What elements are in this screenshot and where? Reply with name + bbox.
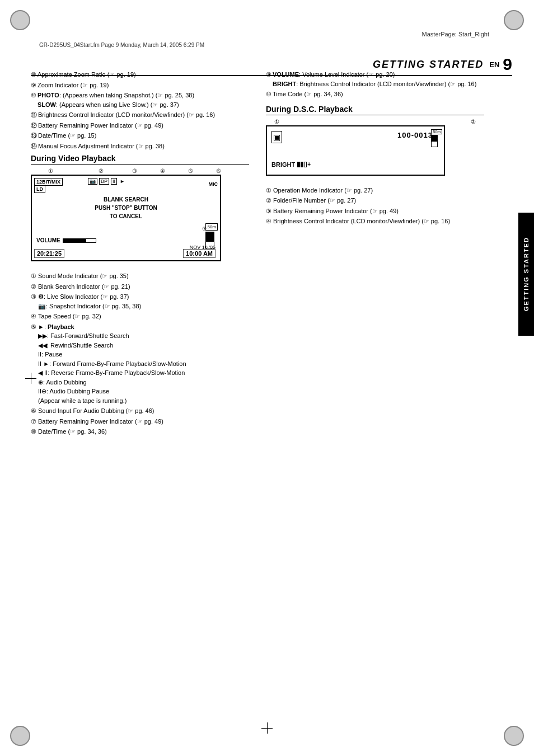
sound-mode-indicator: 12BIT/MIX [34, 178, 63, 186]
dsc-battery-indicator: 50m [431, 129, 442, 147]
item-11: ⑪ Brightness Control Indicator (LCD moni… [31, 110, 249, 120]
dsc-top-numbers: ① ② [266, 119, 484, 125]
masterpage-label: MasterPage: Start_Right [422, 31, 489, 37]
dsc-anno-2: ②Folder/File Number (☞ pg. 27) [266, 196, 484, 205]
dsc-anno-3: ③Battery Remaining Power Indicator (☞ pg… [266, 206, 484, 216]
dsc-anno-1: ①Operation Mode Indicator (☞ pg. 27) [266, 186, 484, 195]
item-8: ⑧ Approximate Zoom Ratio (☞ pg. 19) [31, 70, 249, 79]
blank-search-text: BLANK SEARCHPUSH "STOP" BUTTONTO CANCEL [95, 195, 157, 220]
mic-label: MIC [209, 181, 218, 187]
left-crosshair [25, 373, 36, 384]
item-13: ⑬ Date/Time (☞ pg. 15) [31, 131, 249, 140]
getting-started-title: GETTING STARTED [373, 59, 484, 71]
clock-display: 10:00 AM [183, 249, 216, 258]
left-column: ⑧ Approximate Zoom Ratio (☞ pg. 19) ⑨ Zo… [31, 70, 249, 438]
anno-8: ⑧Date/Time (☞ pg. 34, 36) [31, 427, 249, 436]
dsc-diagram-wrapper: ① ② ▣ 100-0013 50m BRIGH [266, 119, 484, 176]
file-number: 100-0013 [397, 131, 433, 139]
page-container: MasterPage: Start_Right GR-D295US_04Star… [0, 0, 534, 756]
battery-arrow: ⑦ [202, 226, 207, 232]
right-item-10: ⑩ Time Code (☞ pg. 34, 36) [266, 90, 484, 99]
bottom-center-crosshair [261, 722, 273, 734]
dsc-diagram: ▣ 100-0013 50m BRIGHT [266, 125, 445, 176]
dsc-anno-4: ④Brightness Control Indicator (LCD monit… [266, 217, 484, 226]
file-info: GR-D295US_04Start.fm Page 9 Monday, Marc… [39, 42, 204, 48]
right-column: ⑨ VOLUME: Volume Level Indicator (☞ pg. … [266, 70, 484, 438]
side-tab-text: GETTING STARTED [523, 237, 530, 311]
item-14: ⑭ Manual Focus Adjustment Indicator (☞ p… [31, 142, 249, 151]
video-diagram: 12BIT/MIX LD 📷 BP II ► MIC BLANK SEARCHP… [31, 175, 221, 261]
item-9: ⑨ Zoom Indicator (☞ pg. 19) [31, 81, 249, 90]
folder-icon: ▣ [271, 131, 282, 143]
corner-decoration-bl [10, 726, 30, 746]
video-playback-title: During Video Playback [31, 154, 249, 165]
bright-scale: + [297, 161, 311, 167]
item-10: ⑩ PHOTO: (Appears when taking Snapshot.)… [31, 91, 249, 109]
anno-4: ④Tape Speed (☞ pg. 32) [31, 312, 249, 321]
item-12: ⑫ Battery Remaining Power Indicator (☞ p… [31, 121, 249, 130]
volume-bar [63, 238, 96, 243]
dsc-playback-title: During D.S.C. Playback [266, 105, 484, 115]
corner-decoration-tl [10, 10, 30, 30]
anno-2: ②Blank Search Indicator (☞ pg. 21) [31, 282, 249, 292]
diagram-top-numbers: ① ② ③ ④ ⑤ ⑥ [31, 168, 249, 174]
anno-6: ⑥Sound Input For Audio Dubbing (☞ pg. 46… [31, 406, 249, 416]
anno-5: ⑤ ►: Playback ▶▶: Fast-Forward/Shuttle S… [31, 322, 249, 406]
right-item-9: ⑨ VOLUME: Volume Level Indicator (☞ pg. … [266, 70, 484, 88]
anno-1: ①Sound Mode Indicator (☞ pg. 35) [31, 271, 249, 281]
tape-icons: 📷 BP II ► [88, 178, 126, 185]
volume-row: VOLUME [36, 237, 96, 243]
en-label: EN [489, 60, 499, 69]
timecode-display: 20:21:25 [34, 249, 64, 258]
corner-decoration-tr [504, 10, 524, 30]
anno-7: ⑦Battery Remaining Power Indicator (☞ pg… [31, 417, 249, 426]
ld-indicator: LD [34, 185, 45, 193]
corner-decoration-br [504, 726, 524, 746]
main-content: ⑧ Approximate Zoom Ratio (☞ pg. 19) ⑨ Zo… [31, 70, 512, 438]
anno-3: ③ ⚙: Live Slow Indicator (☞ pg. 37) 📷: S… [31, 292, 249, 311]
video-annotations: ①Sound Mode Indicator (☞ pg. 35) ②Blank … [31, 271, 249, 436]
masterpage-info: MasterPage: Start_Right [422, 31, 489, 37]
dsc-annotations: ①Operation Mode Indicator (☞ pg. 27) ②Fo… [266, 186, 484, 226]
side-tab: GETTING STARTED [518, 213, 534, 336]
bright-label: BRIGHT + [271, 161, 311, 168]
dsc-battery-bar [431, 135, 438, 147]
video-diagram-wrapper: ① ② ③ ④ ⑤ ⑥ 12BIT/MIX LD 📷 BP [31, 168, 249, 261]
